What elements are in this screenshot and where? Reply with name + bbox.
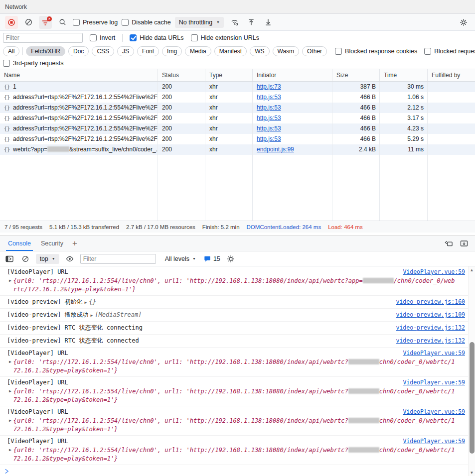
chip-doc[interactable]: Doc (68, 46, 89, 56)
chip-ws[interactable]: WS (250, 46, 269, 56)
column-header-time[interactable]: Time (380, 69, 428, 81)
column-divider (427, 155, 428, 221)
expand-triangle-icon[interactable]: ▶ (9, 278, 11, 283)
cell-fulfilled-by (428, 103, 475, 113)
live-expression-button[interactable] (64, 253, 75, 264)
initiator-link[interactable]: http.js:53 (257, 104, 281, 111)
table-row[interactable]: {}webrtc?app=&stream=suffix_live/chn0/co… (0, 144, 475, 155)
object-preview-text: {url0: 'rtsp://172.16.1.2:554/live/chn0'… (13, 446, 465, 463)
expand-triangle-icon[interactable]: ▶ (9, 418, 11, 423)
chip-wasm[interactable]: Wasm (273, 46, 300, 56)
table-row[interactable]: {}address?url=rtsp:%2F%2F172.16.1.2:554%… (0, 123, 475, 134)
console-message-line: [VideoPlayer] URLVideoPlayer.vue:59 (7, 268, 465, 275)
chip-font[interactable]: Font (137, 46, 159, 56)
console-prompt[interactable] (0, 465, 468, 474)
eye-icon (66, 256, 74, 262)
clear-console-button[interactable] (20, 253, 31, 264)
source-link[interactable]: VideoPlayer.vue:59 (397, 438, 465, 445)
log-levels-select[interactable]: All levels ▼ (165, 255, 196, 262)
invert-checkbox[interactable]: Invert (90, 34, 115, 41)
tab-console-label: Console (8, 240, 31, 247)
hide-extension-urls-checkbox[interactable]: Hide extension URLs (191, 34, 259, 41)
blocked-requests-checkbox[interactable]: Blocked requests (424, 48, 475, 55)
initiator-link[interactable]: http.js:73 (257, 83, 281, 90)
column-header-size[interactable]: Size (332, 69, 380, 81)
source-link[interactable]: VideoPlayer.vue:59 (397, 379, 465, 386)
console-scrollbar[interactable]: ▲ ▼ (468, 266, 475, 476)
scrollbar-thumb[interactable] (470, 342, 475, 454)
column-header-initiator[interactable]: Initiator (253, 69, 332, 81)
chip-media[interactable]: Media (185, 46, 211, 56)
tab-console[interactable]: Console (3, 236, 36, 251)
import-har-button[interactable] (245, 16, 258, 29)
console-sidebar-button[interactable] (4, 253, 15, 264)
chip-img[interactable]: Img (162, 46, 182, 56)
expand-drawer-icon[interactable] (460, 240, 468, 247)
third-party-requests-checkbox[interactable]: 3rd-party requests (3, 60, 63, 67)
console-sidebar-icon (5, 255, 13, 262)
console-settings-button[interactable] (225, 253, 236, 264)
console-context-select[interactable]: top ▼ (36, 254, 59, 264)
expand-triangle-icon[interactable]: ▶ (9, 448, 11, 452)
issues-counter[interactable]: 15 (204, 255, 220, 262)
record-button[interactable] (5, 16, 18, 29)
source-link[interactable]: video-preview.js:109 (390, 311, 465, 318)
chip-all[interactable]: All (3, 46, 19, 56)
source-link[interactable]: video-preview.js:132 (390, 337, 465, 344)
cell-initiator: http.js:53 (253, 123, 332, 134)
expand-triangle-icon[interactable]: ▶ (9, 389, 11, 393)
table-row[interactable]: {}address?url=rtsp:%2F%2F172.16.1.2:554%… (0, 103, 475, 113)
initiator-link[interactable]: http.js:53 (257, 94, 281, 101)
scrollbar-track[interactable] (469, 273, 475, 469)
initiator-link[interactable]: http.js:53 (257, 115, 281, 121)
search-button[interactable] (56, 16, 69, 29)
hide-data-urls-checkbox[interactable]: Hide data URLs (130, 34, 183, 41)
table-row[interactable]: {}address?url=rtsp:%2F%2F172.16.1.2:554%… (0, 113, 475, 123)
table-row[interactable]: {}1200xhrhttp.js:73387 B30 ms (0, 82, 475, 92)
source-link[interactable]: VideoPlayer.vue:59 (397, 350, 465, 357)
expand-triangle-icon[interactable]: ▶ (9, 359, 11, 364)
preserve-log-checkbox[interactable]: Preserve log (73, 19, 118, 26)
table-row[interactable]: {}address?url=rtsp:%2F%2F172.16.1.2:554%… (0, 134, 475, 144)
source-link[interactable]: VideoPlayer.vue:59 (397, 408, 465, 415)
console-filter-input[interactable] (80, 254, 156, 264)
add-tab-button[interactable]: + (68, 236, 81, 251)
chip-manifest[interactable]: Manifest (214, 46, 247, 56)
network-conditions-button[interactable] (228, 16, 241, 29)
initiator-link[interactable]: http.js:53 (257, 135, 281, 142)
throttling-select[interactable]: No throttling ▼ (175, 17, 224, 28)
expand-triangle-icon[interactable]: ▶ (91, 313, 93, 318)
network-settings-button[interactable] (457, 16, 470, 29)
preserve-log-label: Preserve log (83, 19, 118, 26)
column-header-name[interactable]: Name (0, 69, 158, 81)
chip-js[interactable]: JS (117, 46, 134, 56)
expand-triangle-icon[interactable]: ▶ (85, 300, 87, 305)
cell-status: 200 (158, 92, 205, 103)
chip-other[interactable]: Other (302, 46, 327, 56)
table-empty-area (0, 155, 475, 221)
cell-initiator: http.js:53 (253, 103, 332, 113)
source-link[interactable]: video-preview.js:132 (390, 324, 465, 331)
source-link[interactable]: VideoPlayer.vue:59 (397, 268, 465, 275)
column-header-type[interactable]: Type (205, 69, 253, 81)
blocked-response-cookies-checkbox[interactable]: Blocked response cookies (335, 48, 417, 55)
download-arrow-icon (265, 18, 272, 26)
column-header-fulfilled-by[interactable]: Fulfilled by (428, 69, 475, 81)
scrollbar-down-arrow[interactable]: ▼ (470, 469, 474, 476)
column-header-status[interactable]: Status (158, 69, 205, 81)
source-link[interactable]: video-preview.js:160 (390, 298, 465, 305)
clear-network-button[interactable] (22, 16, 35, 29)
tab-security[interactable]: Security (36, 236, 68, 251)
undock-drawer-icon[interactable] (445, 240, 453, 247)
initiator-link[interactable]: endpoint.js:99 (257, 146, 294, 153)
panel-title-bar: Network (0, 0, 475, 14)
chip-fetch-xhr[interactable]: Fetch/XHR (26, 46, 65, 56)
table-row[interactable]: {}address?url=rtsp:%2F%2F172.16.1.2:554%… (0, 92, 475, 103)
export-har-button[interactable] (262, 16, 275, 29)
network-filter-input[interactable] (3, 33, 83, 43)
disable-cache-checkbox[interactable]: Disable cache (122, 19, 171, 26)
initiator-link[interactable]: http.js:53 (257, 125, 281, 132)
scrollbar-up-arrow[interactable]: ▲ (470, 266, 474, 273)
chip-css[interactable]: CSS (92, 46, 114, 56)
filter-toggle-button[interactable]: × (39, 16, 52, 29)
